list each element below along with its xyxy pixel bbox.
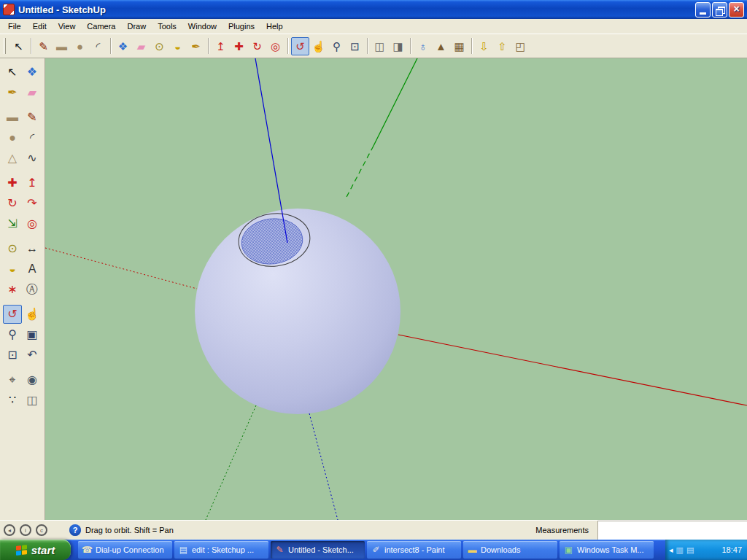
status-circle-3[interactable]: c xyxy=(36,524,47,536)
tool-orbit-button[interactable]: ↺ xyxy=(291,37,309,55)
start-button[interactable]: start xyxy=(0,540,71,560)
menu-file[interactable]: File xyxy=(2,20,27,32)
tray-chevron-icon[interactable]: ◂ xyxy=(669,546,673,554)
axis-blue-negative[interactable] xyxy=(309,413,338,520)
tool-paint-bucket-button[interactable]: ✒ xyxy=(187,37,205,55)
arc-icon: ◜ xyxy=(96,41,101,52)
tool-move-button[interactable]: ✚ xyxy=(3,174,22,192)
menu-help[interactable]: Help xyxy=(260,20,289,32)
tool-toggle-terrain-button[interactable]: ▲ xyxy=(432,37,450,55)
tool-section-display-button[interactable]: ◨ xyxy=(389,37,407,55)
tool-photo-textures-button[interactable]: ▦ xyxy=(450,37,468,55)
tool-rotate-button[interactable]: ↻ xyxy=(3,194,22,213)
axis-green-negative[interactable] xyxy=(206,405,256,520)
tool-polygon-button[interactable]: △ xyxy=(3,149,22,168)
tool-push-pull-button[interactable]: ↥ xyxy=(23,174,42,192)
menu-plugins[interactable]: Plugins xyxy=(222,20,260,32)
tool-text-button[interactable]: A xyxy=(23,260,42,279)
tool-eraser-button[interactable]: ▰ xyxy=(132,37,150,55)
tool-pan-button[interactable]: ☝ xyxy=(309,37,328,55)
tool-zoom-extents-button[interactable]: ⊡ xyxy=(346,37,364,55)
tool-section-plane-button[interactable]: ◫ xyxy=(23,391,42,410)
taskbar-clock[interactable]: 18:47 xyxy=(721,545,742,554)
menu-camera[interactable]: Camera xyxy=(81,20,121,32)
tool-look-around-button[interactable]: ◉ xyxy=(23,370,42,389)
tool-offset-button[interactable]: ◎ xyxy=(266,37,285,55)
tool-get-models-button[interactable]: ⇩ xyxy=(475,37,493,55)
tool-circle-button[interactable]: ● xyxy=(3,128,22,147)
display-icon[interactable]: ▤ xyxy=(686,546,694,554)
tool-share-model-button[interactable]: ⇧ xyxy=(493,37,511,55)
tool-select-button[interactable]: ↖ xyxy=(9,37,28,55)
close-button[interactable] xyxy=(729,2,744,18)
tool-line-button[interactable]: ✎ xyxy=(23,108,42,127)
model-canvas[interactable] xyxy=(45,58,747,520)
menu-window[interactable]: Window xyxy=(182,20,222,32)
status-circle-1[interactable]: ◂ xyxy=(4,524,15,536)
tool-walk-button[interactable]: ∵ xyxy=(3,391,22,410)
tool-offset-button[interactable]: ◎ xyxy=(23,214,42,233)
tool-arc-button[interactable]: ◜ xyxy=(23,128,42,147)
menu-edit[interactable]: Edit xyxy=(27,20,53,32)
menu-draw[interactable]: Draw xyxy=(121,20,152,32)
tool-circle-button[interactable]: ● xyxy=(71,37,89,55)
tool-tape-measure-button[interactable]: ⊙ xyxy=(3,239,22,258)
task-button[interactable]: ▬Downloads xyxy=(463,541,557,559)
status-circle-2[interactable]: i xyxy=(20,524,31,536)
axis-green-inference[interactable] xyxy=(346,146,374,198)
toolbar-separator xyxy=(110,38,111,54)
tool-rectangle-button[interactable]: ▬ xyxy=(3,108,22,127)
tool-protractor-button[interactable]: ◒ xyxy=(169,37,187,55)
tool-share-component-button[interactable]: ◰ xyxy=(511,37,530,55)
tool-push-pull-button[interactable]: ↥ xyxy=(212,37,230,55)
toolbar-handle[interactable] xyxy=(4,38,6,54)
task-button[interactable]: ✐intersect8 - Paint xyxy=(367,541,461,559)
network-icon[interactable]: ▥ xyxy=(676,546,684,554)
tool-zoom-button[interactable]: ⚲ xyxy=(328,37,346,55)
axis-red[interactable] xyxy=(398,335,747,405)
task-button[interactable]: ▤edit : Sketchup ... xyxy=(174,541,268,559)
tool-select-button[interactable]: ↖ xyxy=(3,63,22,82)
tool-dimension-button[interactable]: ↔ xyxy=(23,239,42,258)
tool-make-component-button[interactable]: ❖ xyxy=(114,37,132,55)
tool-arc-button[interactable]: ◜ xyxy=(89,37,107,55)
tool-section-plane-button[interactable]: ◫ xyxy=(371,37,389,55)
tool-previous-button[interactable]: ↶ xyxy=(23,346,42,365)
tool-rectangle-button[interactable]: ▬ xyxy=(53,37,71,55)
tool-protractor-button[interactable]: ◒ xyxy=(3,260,22,279)
tool-axes-button[interactable]: ∗ xyxy=(3,280,22,299)
tool-pan-button[interactable]: ☝ xyxy=(23,305,42,324)
help-icon[interactable]: ? xyxy=(69,524,81,536)
tool-move-button[interactable]: ✚ xyxy=(230,37,248,55)
tool-add-location-button[interactable]: ♁ xyxy=(414,37,432,55)
tool-scale-button[interactable]: ⇲ xyxy=(3,214,22,233)
task-button[interactable]: ☎Dial-up Connection xyxy=(78,541,172,559)
menu-view[interactable]: View xyxy=(53,20,82,32)
tool-follow-me-button[interactable]: ↷ xyxy=(23,194,42,213)
axis-red-negative[interactable] xyxy=(45,248,197,289)
tool-zoom-button[interactable]: ⚲ xyxy=(3,325,22,344)
tool-eraser-button[interactable]: ▰ xyxy=(23,83,42,102)
task-button[interactable]: ▣Windows Task M... xyxy=(560,541,654,559)
tool-3d-text-button[interactable]: Ⓐ xyxy=(23,280,42,299)
tool-make-component-button[interactable]: ❖ xyxy=(23,63,42,82)
tool-zoom-extents-button[interactable]: ⊡ xyxy=(3,346,22,365)
titlebar[interactable]: Untitled - SketchUp xyxy=(0,0,747,19)
menu-tools[interactable]: Tools xyxy=(152,20,182,32)
arc-icon: ◜ xyxy=(30,132,34,144)
viewport[interactable] xyxy=(45,58,747,520)
tool-tape-measure-button[interactable]: ⊙ xyxy=(150,37,169,55)
tool-zoom-window-button[interactable]: ▣ xyxy=(23,325,42,344)
minimize-button[interactable] xyxy=(695,2,711,18)
measurements-box[interactable] xyxy=(597,521,747,540)
tool-position-camera-button[interactable]: ⌖ xyxy=(3,370,22,389)
axis-green[interactable] xyxy=(374,58,417,146)
tool-line-button[interactable]: ✎ xyxy=(34,37,53,55)
tool-paint-bucket-button[interactable]: ✒ xyxy=(3,83,22,102)
tool-freehand-button[interactable]: ∿ xyxy=(23,149,42,168)
zoom-extents-icon: ⊡ xyxy=(7,349,17,361)
task-button[interactable]: ✎Untitled - Sketch... xyxy=(271,541,365,559)
tool-orbit-button[interactable]: ↺ xyxy=(3,305,22,324)
tool-rotate-button[interactable]: ↻ xyxy=(248,37,266,55)
restore-button[interactable] xyxy=(712,2,727,18)
